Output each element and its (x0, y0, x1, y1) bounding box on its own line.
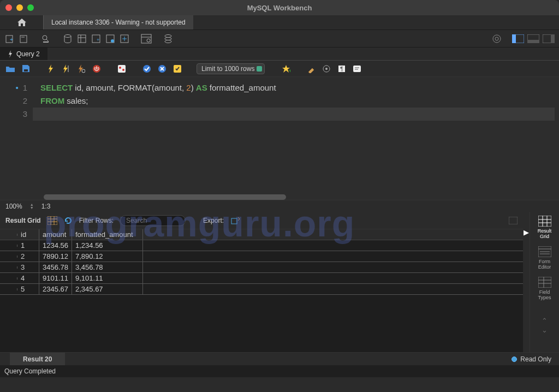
zoom-stepper[interactable]: ▲▼ (30, 203, 34, 210)
home-icon (17, 18, 27, 27)
result-table: id amount formatted_amount 11234.561,234… (0, 229, 523, 352)
limit-rows-select[interactable]: Limit to 1000 rows (197, 63, 265, 74)
code-area[interactable]: SELECT id, amount, FORMAT(amount, 2) AS … (33, 77, 559, 200)
col-formatted[interactable]: formatted_amount (72, 229, 143, 240)
col-amount[interactable]: amount (39, 229, 72, 240)
commit-icon[interactable] (142, 64, 152, 74)
connection-tabbar: Local instance 3306 - Warning - not supp… (0, 15, 559, 30)
svg-text:+: + (289, 68, 290, 73)
main-toolbar: + + (0, 30, 559, 47)
side-field-types[interactable]: Field Types (538, 276, 552, 300)
status-text: Query Completed (4, 367, 56, 375)
query-tab[interactable]: Query 2 (0, 47, 47, 60)
execute-current-icon[interactable] (61, 64, 71, 74)
filter-rows-input[interactable] (120, 215, 186, 226)
db-icon-5[interactable] (119, 33, 130, 44)
db-icon-4[interactable] (105, 33, 116, 44)
execute-icon[interactable] (46, 64, 56, 74)
status-bar: Query Completed (0, 365, 559, 377)
side-form-editor[interactable]: Form Editor (538, 246, 552, 270)
table-row[interactable]: 27890.127,890.12 (0, 251, 523, 262)
line-gutter: 1 2 3 (0, 77, 33, 200)
side-result-grid[interactable]: Result Grid (538, 215, 552, 239)
wrap-icon[interactable]: ¶ (337, 64, 347, 74)
svg-point-35 (119, 67, 121, 69)
svg-point-17 (147, 39, 150, 42)
panel-toggle-right[interactable] (543, 34, 555, 43)
col-id[interactable]: id (17, 229, 39, 240)
open-file-icon[interactable] (5, 64, 15, 74)
connection-tab[interactable]: Local instance 3306 - Warning - not supp… (44, 15, 193, 29)
svg-rect-45 (353, 66, 361, 72)
save-file-icon[interactable] (21, 64, 31, 74)
result-toolbar: Result Grid Filter Rows: Export: (0, 212, 523, 229)
open-sql-file-icon[interactable] (19, 33, 29, 44)
db-icon-1[interactable] (62, 33, 73, 44)
db-icon-3[interactable]: + (91, 33, 102, 44)
svg-rect-29 (24, 69, 28, 72)
side-nav-arrows[interactable]: ⌃⌄ (542, 317, 548, 334)
readonly-dot-icon (512, 357, 517, 362)
svg-point-37 (143, 65, 151, 73)
inspector-icon[interactable] (40, 33, 51, 44)
table-row[interactable]: 11234.561,234.56 (0, 240, 523, 251)
refresh-icon[interactable] (64, 216, 73, 225)
panel-toggle-bottom[interactable] (527, 34, 539, 43)
no-limit-icon[interactable] (117, 64, 127, 74)
table-row[interactable]: 52345.672,345.67 (0, 284, 523, 295)
result-tabbar: Result 20 Read Only (0, 352, 559, 365)
read-only-indicator: Read Only (512, 355, 559, 363)
svg-rect-48 (47, 216, 57, 225)
svg-point-21 (493, 35, 501, 43)
stop-icon[interactable] (92, 64, 102, 74)
titlebar: MySQL Workbench (0, 0, 559, 15)
result-tab[interactable]: Result 20 (10, 353, 65, 365)
settings-gear-icon[interactable] (491, 33, 502, 44)
table-row[interactable]: 49101.119,101.11 (0, 273, 523, 284)
svg-point-31 (82, 69, 85, 73)
svg-rect-5 (43, 41, 49, 43)
export-icon[interactable] (230, 216, 240, 225)
beautify-icon[interactable]: + (281, 64, 291, 74)
sql-preview-icon[interactable] (141, 33, 152, 44)
panel-toggle-left[interactable] (512, 34, 524, 43)
explain-icon[interactable] (76, 64, 86, 74)
invisible-chars-icon[interactable] (322, 64, 331, 74)
svg-point-20 (165, 40, 171, 43)
horizontal-scrollbar[interactable] (44, 194, 286, 200)
svg-rect-26 (527, 40, 539, 43)
svg-point-42 (325, 68, 328, 70)
grid-icon (47, 216, 57, 225)
autocommit-icon[interactable] (173, 64, 182, 74)
home-tab[interactable] (0, 15, 44, 29)
export-label: Export: (203, 217, 224, 224)
svg-point-22 (495, 37, 498, 40)
new-sql-tab-icon[interactable]: + (4, 33, 15, 44)
svg-point-19 (165, 37, 171, 40)
pane-icon[interactable] (509, 217, 518, 224)
db-stack-icon[interactable] (163, 33, 174, 44)
filter-label: Filter Rows: (79, 217, 114, 224)
result-grid-label: Result Grid (5, 217, 41, 224)
query-tabbar: Query 2 (0, 47, 559, 61)
db-icon-2[interactable] (76, 33, 87, 44)
svg-rect-54 (509, 217, 518, 224)
svg-line-4 (46, 39, 49, 41)
lightning-icon (8, 50, 13, 58)
svg-point-13 (111, 39, 114, 43)
query-tab-label: Query 2 (16, 50, 40, 58)
table-row[interactable]: 33456.783,456.78 (0, 262, 523, 273)
app-title: MySQL Workbench (0, 4, 559, 12)
zoom-bar: 100% ▲▼ 1:3 (0, 200, 559, 212)
zoom-level: 100% (5, 203, 22, 210)
svg-rect-55 (538, 216, 551, 227)
snippet-icon[interactable] (352, 64, 362, 74)
rollback-icon[interactable] (157, 64, 167, 74)
sql-editor[interactable]: 1 2 3 SELECT id, amount, FORMAT(amount, … (0, 77, 559, 200)
find-icon[interactable] (306, 64, 316, 74)
expand-arrow[interactable]: ▶ (523, 212, 530, 352)
svg-rect-28 (551, 34, 555, 43)
cursor-position: 1:3 (41, 203, 51, 210)
svg-text:¶: ¶ (341, 66, 343, 72)
svg-rect-34 (118, 65, 126, 73)
